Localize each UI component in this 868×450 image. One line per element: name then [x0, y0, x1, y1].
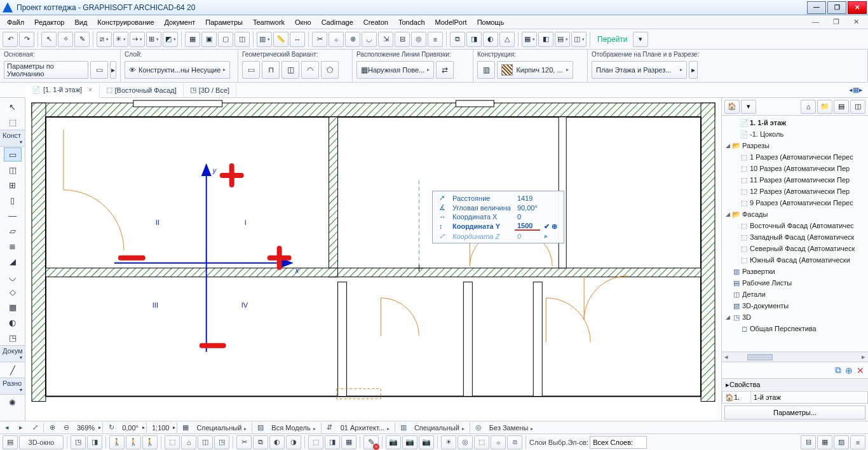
bt-e3[interactable]: ⟐ — [491, 435, 506, 449]
bt-right1[interactable]: ⊟ — [801, 435, 816, 449]
disp-icon3[interactable]: ⇵ — [323, 422, 337, 433]
window-tool[interactable]: ⊞ — [4, 178, 22, 192]
measure-button[interactable]: ↔ — [290, 32, 305, 47]
nav-tree-item[interactable]: ⬚1 Разрез (Автоматически Перес — [722, 151, 868, 163]
tab-close-icon[interactable]: × — [88, 86, 92, 93]
nav-prop-name[interactable]: 1-й этаж — [750, 391, 868, 404]
nav-view-map[interactable]: ⌂ — [801, 100, 816, 114]
plan-selector[interactable]: План Этажа и Разрез...▸ — [592, 61, 687, 79]
menu-modelport[interactable]: ModelPort — [430, 17, 472, 28]
close-button[interactable]: ✕ — [848, 1, 867, 14]
view-set4[interactable]: ◫ — [571, 32, 587, 47]
disp-opt5[interactable]: Без Замены — [485, 424, 538, 432]
surface-toggle[interactable]: ◩ — [163, 32, 178, 47]
nav-book[interactable]: 📁 — [817, 100, 832, 114]
align-button[interactable]: ≡ — [428, 32, 443, 47]
refline-flip[interactable]: ⇄ — [436, 61, 454, 79]
trace-toggle[interactable]: ▥ — [257, 32, 272, 47]
zoom-out[interactable]: ⊖ — [59, 422, 73, 433]
nav-tree-item[interactable]: ◻Общая Перспектива — [722, 323, 868, 334]
zoom-value[interactable]: 369% — [73, 424, 98, 432]
nav-tree-item[interactable]: ▤Рабочие Листы — [722, 277, 868, 289]
nav-tree-item[interactable]: ◢◳3D — [722, 311, 868, 323]
ruler-button[interactable]: 📏 — [273, 32, 288, 47]
zoom-in[interactable]: ⊕ — [45, 422, 59, 433]
bt-right3[interactable]: ▨ — [834, 435, 849, 449]
nav-tree-item[interactable]: ▥Развертки — [722, 266, 868, 277]
nav-dropdown[interactable]: ▾ — [741, 100, 756, 114]
morph-button[interactable]: ◐ — [483, 32, 498, 47]
nav-tree-item[interactable]: ⬚9 Разрез (Автоматически Перес — [722, 197, 868, 208]
ungroup-button[interactable]: ▢ — [218, 32, 233, 47]
layers-sel-drop[interactable]: Всех Слоев: — [590, 436, 647, 449]
menu-options[interactable]: Параметры — [200, 17, 248, 28]
skylight-tool[interactable]: ◇ — [4, 285, 22, 299]
view-set2[interactable]: ◧ — [538, 32, 553, 47]
connect-button[interactable]: ⧉ — [450, 32, 465, 47]
disp-opt2[interactable]: Вся Модель — [268, 424, 319, 432]
menu-teamwork[interactable]: Teamwork — [248, 17, 290, 28]
nav-tree-item[interactable]: ▧3D-документы — [722, 300, 868, 311]
zoom-fit[interactable]: ⤢ — [28, 422, 42, 433]
menu-cadimage[interactable]: Cadimage — [316, 17, 358, 28]
guideline-toggle[interactable]: ⧄ — [97, 32, 112, 47]
nav-layout[interactable]: ▤ — [834, 100, 849, 114]
bt-right2[interactable]: ▦ — [817, 435, 832, 449]
disp-icon1[interactable]: ▦ — [179, 422, 193, 433]
drawing-canvas[interactable]: x y I II III IV ↗Расстояние1419 — [25, 98, 722, 421]
marquee-tool[interactable]: ⬚ — [4, 115, 22, 129]
menu-file[interactable]: Файл — [2, 17, 29, 28]
bt-cam2[interactable]: 📷 — [402, 435, 417, 449]
disp-opt1[interactable]: Специальный — [193, 424, 250, 432]
roof-tool[interactable]: ◢ — [4, 254, 22, 268]
bt-cut1[interactable]: ✂ — [236, 435, 252, 449]
scale-value[interactable]: 1:100 — [148, 424, 173, 432]
default-settings-button[interactable]: Параметры по Умолчанию — [4, 61, 88, 79]
eyedrop-button[interactable]: ✎ — [74, 32, 90, 47]
bt-cut4[interactable]: ◑ — [286, 435, 301, 449]
trim-button[interactable]: ✂ — [312, 32, 327, 47]
slab-tool[interactable]: ▱ — [4, 224, 22, 238]
nav-tree-item[interactable]: ◢📂Фасады — [722, 208, 868, 220]
lock-button[interactable]: ◫ — [234, 32, 250, 47]
fillet-button[interactable]: ◡ — [362, 32, 377, 47]
arrow-tool[interactable]: ↖ — [4, 100, 22, 114]
nav-tree-item[interactable]: 📄1. 1-й этаж — [722, 117, 868, 128]
doc-minimize-icon[interactable]: — — [807, 16, 824, 28]
goto-label[interactable]: Перейти — [593, 35, 632, 44]
resize-button[interactable]: ⇲ — [378, 32, 393, 47]
solid-button[interactable]: ◨ — [466, 32, 482, 47]
bt-render[interactable]: × — [363, 435, 379, 449]
undo-button[interactable]: ↶ — [3, 32, 18, 47]
pick-button[interactable]: ↖ — [41, 32, 57, 47]
infobox-scroll-right[interactable]: ▸ — [689, 61, 698, 79]
view-set3[interactable]: ▤ — [555, 32, 570, 47]
nav-prop-header[interactable]: ▸ Свойства — [722, 379, 868, 390]
wand-button[interactable]: ✧ — [58, 32, 73, 47]
nav-settings-button[interactable]: Параметры... — [724, 406, 865, 419]
tab-3d[interactable]: ◳[3D / Все] — [184, 83, 236, 97]
nav-tree-item[interactable]: ⬚Южный Фасад (Автоматически — [722, 254, 868, 266]
nav-tree-item[interactable]: ⬚10 Разрез (Автоматически Пер — [722, 163, 868, 174]
bt-e1[interactable]: ◎ — [458, 435, 473, 449]
disp-icon5[interactable]: ◎ — [471, 422, 485, 433]
object-tool[interactable]: ◳ — [4, 331, 22, 344]
offset-button[interactable]: ◎ — [411, 32, 426, 47]
adjust-button[interactable]: ⟐ — [329, 32, 344, 47]
minimize-button[interactable]: — — [807, 1, 826, 14]
grid-toggle[interactable]: ⊞ — [146, 32, 161, 47]
menu-creaton[interactable]: Creaton — [358, 17, 393, 28]
bt-cam3[interactable]: 📷 — [419, 435, 434, 449]
disp-icon2[interactable]: ▨ — [254, 422, 268, 433]
nav-publisher[interactable]: ◫ — [850, 100, 865, 114]
bt-3dwindow[interactable]: 3D-окно — [19, 435, 64, 449]
disp-opt4[interactable]: Специальный — [410, 424, 468, 432]
toolbox-group-misc[interactable]: Разно▾ — [0, 378, 25, 395]
nav-hscroll[interactable]: ◂▸ — [722, 351, 868, 362]
group-button[interactable]: ▣ — [201, 32, 217, 47]
doc-close-icon[interactable]: ✕ — [848, 16, 864, 28]
nav-tree-item[interactable]: ⬚Западный Фасад (Автоматическ — [722, 231, 868, 243]
door-tool[interactable]: ◫ — [4, 163, 22, 177]
coordinate-tracker[interactable]: ↗Расстояние1419 ∡Угловая величина90,00° … — [432, 191, 564, 243]
redo-button[interactable]: ↷ — [19, 32, 34, 47]
